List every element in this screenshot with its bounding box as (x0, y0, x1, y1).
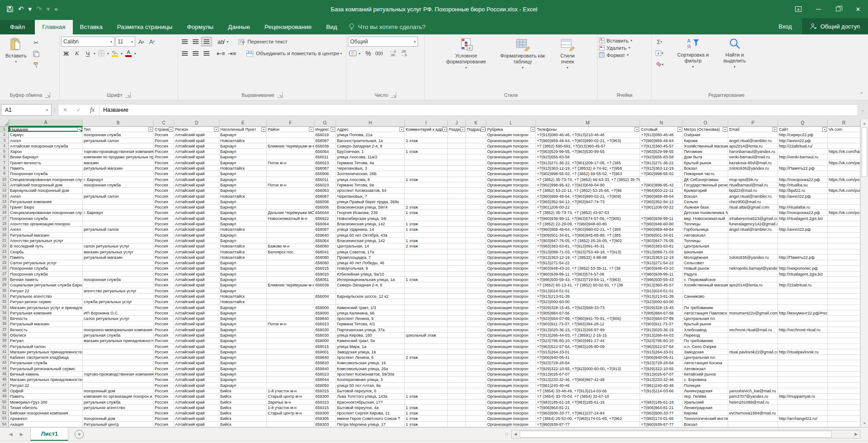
cell[interactable] (448, 166, 466, 171)
font-color-dropdown-icon[interactable]: ▾ (134, 52, 136, 56)
sheet-tab-list1[interactable]: Лист1 (30, 428, 68, 441)
cell[interactable]: Вечный камень (9, 372, 83, 377)
cell[interactable]: +7(960)939-87-77 (640, 422, 683, 427)
cell[interactable] (778, 233, 828, 238)
cell[interactable]: +7(902)998-95-42, +7(923)649-04-90 (536, 182, 640, 188)
cell[interactable]: Организация похорон (486, 249, 536, 255)
cell[interactable] (828, 349, 860, 355)
cell[interactable]: Ритуальный региональный сервис (9, 366, 83, 372)
cell[interactable]: +7(996)500-59-43 (640, 277, 683, 282)
cell[interactable]: улица Аносова, 11а/2 (336, 154, 405, 160)
cell[interactable]: Салон ритуальных услуг (9, 260, 83, 266)
cell[interactable]: +7(923)564-07-89 (640, 316, 683, 321)
cell[interactable]: Барнаул (219, 344, 267, 349)
cell[interactable]: Каменский тракт, 5а (336, 338, 405, 343)
clear-icon[interactable]: ▾ (654, 59, 665, 69)
cell[interactable]: проспект Космонавтов, 59/30а (336, 372, 405, 377)
cell[interactable] (83, 305, 154, 310)
increase-font-icon[interactable]: A▴ (136, 37, 146, 47)
cell[interactable]: haronbarnaul@yandex.ru (728, 149, 778, 154)
cell[interactable]: Барнаул (219, 266, 267, 271)
cell[interactable] (405, 305, 448, 310)
cell[interactable] (466, 299, 486, 305)
cancel-entry-icon[interactable]: ✕ (58, 107, 72, 113)
cell[interactable]: Россия (154, 255, 174, 260)
cell[interactable] (728, 416, 778, 421)
cell[interactable]: Организация похорон (486, 188, 536, 193)
cell[interactable]: Переезд (683, 333, 728, 338)
cell[interactable]: Бийск (219, 405, 267, 410)
scroll-left-icon[interactable]: ◀ (512, 432, 519, 436)
cell[interactable] (267, 294, 314, 299)
cell[interactable]: 1 этаж (405, 277, 448, 282)
row-header-43[interactable]: 43 (0, 360, 9, 366)
font-dialog-launcher[interactable]: ↘ (125, 92, 131, 98)
cell[interactable]: цокольный этаж (405, 333, 448, 338)
cell[interactable]: http://Память22.рф (778, 166, 828, 171)
cell[interactable]: похоронный дом (83, 388, 154, 394)
cell[interactable] (778, 243, 828, 249)
cell[interactable]: Бийск (219, 422, 267, 427)
cell[interactable]: +7(906)964-81-21 (536, 405, 640, 410)
row-header-53[interactable]: 53 (0, 416, 9, 421)
cell[interactable] (83, 171, 154, 176)
cell[interactable]: Память (9, 166, 83, 171)
format-painter-icon[interactable] (31, 60, 42, 70)
cell[interactable] (83, 344, 154, 349)
cell[interactable] (828, 282, 860, 288)
cell[interactable] (728, 422, 778, 427)
cell[interactable]: Детская поликлиника №7 (683, 210, 728, 215)
cell[interactable]: +7(913)020-36-15, +7(913)266-97-89 (536, 327, 640, 333)
cell[interactable]: Алтайский край (174, 154, 219, 160)
cell[interactable]: +7(913)024-01-01 (536, 288, 640, 294)
cell[interactable] (828, 422, 860, 427)
decrease-decimal-icon[interactable]: ,00→,0 (398, 48, 408, 58)
cell[interactable]: https://vk.com/pox (828, 177, 860, 182)
cell[interactable] (448, 238, 466, 243)
cell[interactable]: ДК Сибэнергомаш (683, 177, 728, 182)
cell[interactable]: +7(961)240-40-46 (640, 383, 683, 388)
cell[interactable]: с. Первомайское (683, 277, 728, 282)
cell[interactable]: +7(903)948-43-10, +7 (3852) 53-35-11, +7… (536, 266, 640, 271)
cell[interactable] (828, 372, 860, 377)
cell[interactable]: Алтайский край (174, 299, 219, 305)
cell[interactable]: 1 этаж (405, 221, 448, 227)
cell[interactable]: магазин (83, 160, 154, 166)
cell[interactable]: Память (9, 394, 83, 399)
cell[interactable]: Россия (154, 149, 174, 154)
cell[interactable]: 659050 (314, 383, 336, 388)
cell[interactable]: 656922 (314, 216, 336, 221)
cell[interactable]: Архангел (9, 416, 83, 421)
cell[interactable]: Алтайский край (174, 282, 219, 288)
cell[interactable]: Промплощадка, 7 (336, 255, 405, 260)
cell[interactable] (640, 210, 683, 215)
cell[interactable]: Алтайский край (174, 338, 219, 343)
cell[interactable]: Россия (154, 288, 174, 294)
cell[interactable]: Организация похорон (486, 400, 536, 405)
sign-in-link[interactable]: Вход (768, 23, 802, 30)
cell[interactable] (405, 255, 448, 260)
cell[interactable]: Хозяйственный магазин (683, 143, 728, 149)
cell[interactable] (728, 171, 778, 176)
row-header-14[interactable]: 14 (0, 199, 9, 205)
name-box[interactable]: A1 ▾ (1, 104, 52, 116)
cell[interactable]: Брусничная, 1 (336, 149, 405, 154)
increase-decimal-icon[interactable]: ←,0,00 (388, 48, 398, 58)
row-header-47[interactable]: 47 (0, 383, 9, 388)
cell[interactable]: http://venki-barnaul.ru (778, 154, 828, 160)
cell[interactable] (828, 288, 860, 294)
cell[interactable] (267, 166, 314, 171)
cell[interactable]: +7(903)911-73-37, +7(983)394-28-12 (536, 321, 640, 327)
column-header-I[interactable]: I (405, 119, 448, 127)
cell[interactable] (466, 233, 486, 238)
customize-qat-icon[interactable]: ≂ (54, 7, 58, 12)
row-header-7[interactable]: 7 (0, 160, 9, 166)
scroll-right-icon[interactable]: ▶ (852, 432, 860, 436)
cell[interactable]: Алтайский край (174, 221, 219, 227)
cell[interactable] (828, 205, 860, 210)
cell[interactable] (405, 383, 448, 388)
cell[interactable] (728, 249, 778, 255)
underline-dropdown-icon[interactable]: ▾ (94, 52, 95, 56)
cell[interactable]: 659315 (314, 405, 336, 410)
header-cell[interactable]: Email▼ (728, 127, 778, 132)
